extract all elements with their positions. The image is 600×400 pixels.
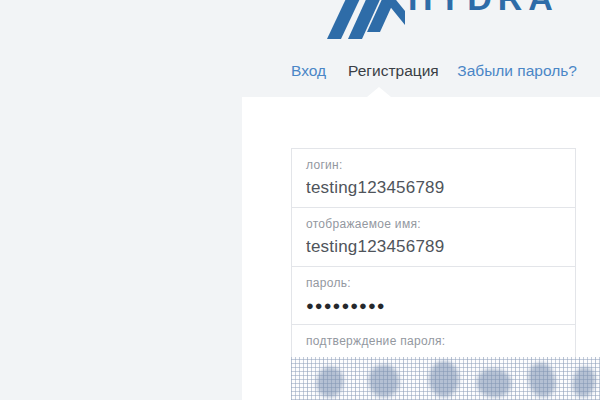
login-field[interactable]: логин: testing123456789 — [291, 148, 576, 208]
captcha-glyph-blob — [476, 367, 513, 398]
captcha-glyph-blob — [367, 363, 401, 399]
hydra-stripes-icon — [327, 0, 405, 41]
auth-tabs: Вход Регистрация Забыли пароль? — [291, 60, 577, 82]
tab-registration[interactable]: Регистрация — [348, 62, 439, 80]
login-label: логин: — [306, 158, 561, 172]
display-name-input[interactable]: testing123456789 — [306, 237, 561, 257]
registration-panel: логин: testing123456789 отображаемое имя… — [242, 97, 600, 400]
captcha-glyph-blob — [571, 365, 598, 398]
password-label: пароль: — [306, 276, 561, 290]
tab-login[interactable]: Вход — [291, 62, 326, 80]
captcha-image[interactable] — [291, 357, 600, 400]
captcha-glyph-blob — [314, 365, 346, 400]
active-tab-pointer — [367, 87, 391, 97]
registration-screen: HYDRA Вход Регистрация Забыли пароль? ло… — [0, 0, 600, 400]
display-name-field[interactable]: отображаемое имя: testing123456789 — [291, 208, 576, 267]
captcha-glyph-blob — [429, 361, 459, 397]
password-input[interactable]: ●●●●●●●●● — [306, 298, 561, 315]
login-input[interactable]: testing123456789 — [306, 178, 561, 198]
tab-forgot-password[interactable]: Забыли пароль? — [457, 62, 577, 80]
password-confirm-label: подтверждение пароля: — [306, 334, 561, 348]
logo-text: HYDRA — [408, 0, 559, 18]
display-name-label: отображаемое имя: — [306, 217, 561, 231]
site-logo[interactable]: HYDRA — [0, 0, 600, 50]
registration-form: логин: testing123456789 отображаемое имя… — [291, 148, 576, 383]
captcha-glyph-blob — [525, 360, 558, 399]
password-field[interactable]: пароль: ●●●●●●●●● — [291, 267, 576, 325]
